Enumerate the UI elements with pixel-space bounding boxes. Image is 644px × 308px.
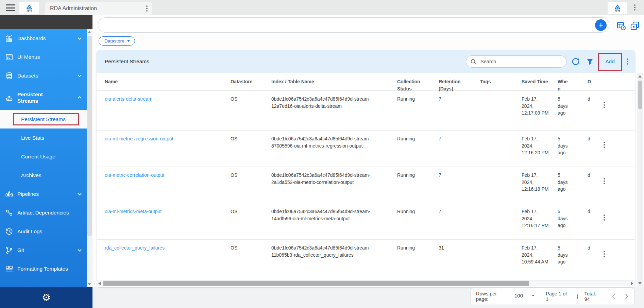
column-header-index[interactable]: Index / Table Name [271, 73, 372, 85]
aots-logo-icon: AOTS [26, 4, 33, 12]
horizontal-scrollbar-thumb[interactable] [103, 281, 529, 286]
sidebar-item-persistent-streams[interactable]: Persistent Streams [0, 85, 87, 110]
row-actions [593, 240, 635, 276]
sidebar-nav: DashboardsUI MenusDatasetsPersistent Str… [0, 29, 87, 278]
row-kebab-icon[interactable] [604, 142, 605, 148]
scroll-right-icon[interactable] [631, 282, 633, 285]
panel-header: Persistent Streams Add [97, 50, 635, 73]
sidebar-item-datasets[interactable]: Datasets [0, 66, 87, 85]
column-header-datastore[interactable]: Datastore [231, 73, 265, 85]
scroll-up-icon[interactable] [88, 31, 91, 33]
column-header-tags[interactable]: Tags [480, 73, 516, 85]
search-input[interactable] [480, 59, 555, 64]
column-header-status[interactable]: Collection Status [397, 73, 433, 92]
table-scrollbar-thumb[interactable] [638, 81, 642, 109]
cell-status: Running [397, 131, 433, 142]
cell-when: 5 days ago [558, 131, 570, 156]
settings-gear-icon[interactable]: ⚙ [42, 293, 51, 303]
add-button[interactable]: Add [605, 58, 615, 65]
sidebar-item-archives-sub[interactable]: Archives [0, 166, 87, 185]
sidebar-item-live-stats-sub[interactable]: Live Stats [0, 129, 87, 147]
sidebar-item-dashboards[interactable]: Dashboards [0, 29, 87, 48]
history-board-icon[interactable] [616, 21, 626, 31]
table-body: oia-alerts-delta-streamOS0bde1fc06a7542c… [97, 91, 635, 280]
datasets-icon [5, 72, 13, 80]
sidebar-scrollbar[interactable] [87, 29, 92, 287]
logo-text: AOTS [615, 10, 620, 12]
hamburger-menu-icon[interactable] [6, 4, 15, 11]
next-page-icon[interactable] [625, 293, 629, 300]
chevron-up-icon [77, 96, 82, 99]
row-actions [593, 203, 635, 239]
scroll-left-icon[interactable] [98, 282, 101, 285]
cell-name[interactable]: oia-metric-correlation-output [105, 167, 190, 179]
table-row: oia-ml-metrics-regression-outputOS0bde1f… [97, 131, 635, 167]
row-actions [593, 167, 635, 203]
datastore-chip[interactable]: Datastore [99, 36, 135, 46]
column-header-when[interactable]: When [558, 73, 570, 92]
sidebar-item-label: Audit Logs [17, 228, 42, 235]
copy-board-icon[interactable] [630, 21, 640, 31]
sidebar-item-git[interactable]: Git [0, 241, 87, 259]
scroll-up-icon[interactable] [638, 75, 642, 78]
persistent-streams-icon [5, 93, 13, 102]
cell-name[interactable]: oia-ml-metrics-regression-output [105, 131, 190, 142]
sidebar-item-audit-logs[interactable]: Audit Logs [0, 222, 87, 241]
browser-menu-icon[interactable] [634, 4, 635, 11]
chevron-down-icon [77, 249, 82, 252]
cell-name[interactable]: oia-alerts-delta-stream [105, 91, 190, 103]
cell-name[interactable]: oia-ml-metrics-meta-output [105, 203, 190, 215]
cell-desc: d [588, 203, 593, 215]
cell-saved: Feb 17, 2024, 12:17:09 PM [522, 91, 549, 117]
filter-icon[interactable] [586, 57, 594, 66]
cell-name[interactable]: rda_collector_query_failures [105, 240, 190, 252]
page-info: Page 1 of 1 [546, 291, 571, 302]
cell-name[interactable]: formatting_distribution_audit [105, 276, 190, 280]
cell-retention: 7 [439, 276, 474, 280]
chevron-down-icon [77, 192, 82, 196]
sidebar-item-persistent-streams-sub[interactable]: Persistent Streams [0, 110, 87, 129]
column-header-actions [593, 73, 635, 90]
row-kebab-icon[interactable] [604, 215, 605, 221]
column-header-name[interactable]: Name [105, 73, 190, 85]
table-scrollbar[interactable] [637, 73, 643, 287]
column-header-retention[interactable]: Retention (Days) [439, 73, 474, 92]
cell-retention: 7 [439, 203, 474, 215]
column-header-saved-time[interactable]: Saved Time [522, 73, 549, 85]
tab-menu-icon[interactable] [146, 5, 148, 12]
sidebar-item-pipelines[interactable]: Pipelines [0, 185, 87, 203]
cell-status: Running [397, 167, 433, 179]
row-kebab-icon[interactable] [604, 251, 605, 257]
chevron-down-icon [77, 37, 82, 40]
sidebar-scrollbar-thumb[interactable] [87, 36, 92, 236]
horizontal-scrollbar[interactable] [97, 280, 635, 286]
row-kebab-icon[interactable] [604, 102, 605, 108]
sidebar-item-formatting-templates[interactable]: Formatting Templates [0, 259, 87, 278]
cell-status: Running [397, 240, 433, 252]
app-tab[interactable]: RDA Administration [45, 2, 152, 15]
sidebar-item-current-usage-sub[interactable]: Current Usage [0, 147, 87, 166]
cell-tags [480, 91, 516, 96]
cell-saved: Feb 17, 2024 [522, 276, 549, 280]
add-filter-button[interactable]: + [595, 19, 607, 31]
refresh-icon[interactable] [571, 57, 580, 66]
sidebar-item-artifact-dependencies[interactable]: Artifact Dependencies [0, 203, 87, 222]
search-icon [470, 58, 477, 65]
cell-index: 0bde1fc06a7542c3a6a4c47d85f64d9d-stream-… [271, 131, 372, 149]
panel-menu-icon[interactable] [627, 58, 628, 65]
cell-desc: d [588, 240, 593, 252]
column-header-description[interactable]: D [588, 73, 593, 85]
prev-page-icon[interactable] [612, 293, 616, 300]
cell-when: 5 days ago [558, 167, 570, 193]
app-logo[interactable]: AOTS [19, 2, 39, 14]
scroll-down-icon[interactable] [638, 282, 642, 285]
scroll-down-icon[interactable] [88, 283, 91, 285]
rows-per-page-select[interactable]: 100 [514, 293, 537, 300]
sidebar-item-ui-menus[interactable]: UI Menus [0, 48, 87, 66]
row-kebab-icon[interactable] [604, 178, 605, 184]
omni-filter-bar[interactable]: + [98, 17, 609, 33]
pagination-bar: Rows per page: 100 Page 1 of 1 | Total: … [470, 288, 634, 305]
cell-when: 5 days ago [558, 240, 570, 266]
app-logo-right[interactable]: AOTS [608, 2, 627, 14]
search-box[interactable] [466, 55, 566, 68]
